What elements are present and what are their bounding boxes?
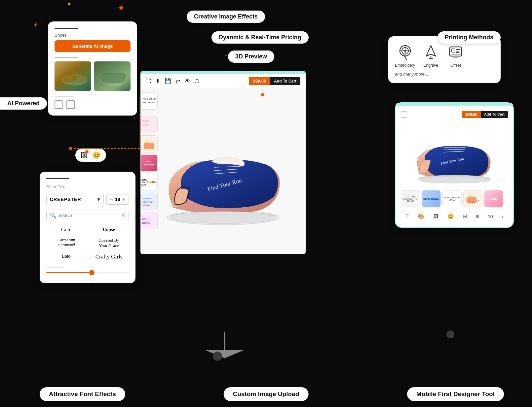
svg-text:BOSS!: BOSS! — [142, 221, 150, 224]
font-slider[interactable] — [46, 272, 129, 273]
mobile-thumb-5[interactable]: GIRL! — [484, 190, 503, 207]
engrave-icon — [422, 43, 440, 61]
search-icon: 🔍 — [50, 212, 57, 219]
font-cormorant[interactable]: CormorantGaramond — [46, 236, 86, 250]
download-icon[interactable]: ⬇ — [156, 78, 160, 84]
font-selector[interactable]: CREEPSTER ▾ — [46, 194, 104, 205]
shoe-image-2[interactable] — [94, 61, 131, 91]
svg-point-29 — [170, 212, 276, 223]
svg-text:YOU ARE: YOU ARE — [143, 201, 153, 203]
shoe-image-1[interactable] — [55, 61, 91, 91]
font-copse[interactable]: Copse — [89, 226, 129, 234]
offset-icon — [446, 43, 465, 61]
mobile-stand-dot — [446, 330, 454, 338]
thumb-smile[interactable]: YOU MAKE ME SMILE — [140, 92, 158, 110]
ai-checkboxes — [55, 100, 131, 109]
font-lato[interactable]: Lato — [46, 252, 86, 261]
many-more-text: and many more... — [395, 72, 494, 77]
panel-divider-1 — [55, 28, 78, 29]
mobile-list-icon[interactable]: ≡ — [476, 214, 479, 220]
ai-powered-label: AI Powered — [0, 97, 47, 110]
svg-point-48 — [419, 177, 490, 183]
icons-toolbar: 🖼 😊 — [75, 149, 106, 162]
checkbox-1[interactable] — [55, 100, 63, 109]
size-increase-btn[interactable]: + — [122, 196, 125, 202]
mobile-price-area: $99.00 Add To Cart — [462, 111, 508, 118]
panel-divider-3 — [55, 96, 73, 96]
mobile-price-tag: $99.00 — [462, 111, 481, 118]
mobile-more-icon[interactable]: › — [502, 214, 503, 220]
shoes-label: Shoes — [55, 33, 131, 38]
eye-icon[interactable]: 👁 — [185, 78, 190, 84]
dropdown-arrow: ▾ — [97, 197, 100, 202]
slider-divider — [46, 267, 64, 267]
emoji-icon[interactable]: 😊 — [93, 151, 101, 159]
engrave-method[interactable]: Engrave — [422, 43, 440, 68]
font-search-input[interactable] — [58, 213, 121, 218]
size-controls: − 18 + — [106, 194, 129, 205]
thumb-cake[interactable] — [140, 135, 158, 153]
mobile-shoe-display: Find Your Run — [401, 121, 508, 187]
print-methods-list: Embroidery Engrave — [395, 43, 494, 68]
font-covered[interactable]: Covered ByYour Grace — [89, 236, 129, 250]
mobile-emoji-icon[interactable]: 😊 — [447, 213, 454, 220]
svg-rect-19 — [456, 51, 459, 53]
thumb-loved[interactable]: WHERE YOU ARE LOVED — [140, 193, 158, 210]
mobile-cyan-bar — [396, 103, 513, 106]
designer-frame: ⛶ ⬇ 💾 ⇄ 👁 ⬡ $99.00 Add To Cart — [140, 71, 306, 254]
thumb-girl-power[interactable]: GIRL POWER — [140, 154, 158, 172]
thumb-life[interactable]: Live Life Thanks — [140, 116, 158, 133]
svg-point-3 — [73, 73, 89, 83]
mobile-grid-icon[interactable]: ⊞ — [463, 213, 467, 220]
mobile-thumb-4[interactable] — [463, 190, 482, 207]
mobile-number-display: 10 — [488, 214, 493, 219]
mobile-first-label: Mobile First Designer Tool — [407, 387, 504, 401]
stand-circle — [213, 352, 222, 361]
ai-connector-horizontal — [70, 148, 140, 149]
save-icon[interactable]: 💾 — [165, 78, 171, 84]
svg-rect-21 — [453, 56, 458, 58]
mobile-thumb-row: YOU ARE ENOUGH TO THINK Smile Happy YOU … — [401, 190, 508, 207]
mobile-text-icon[interactable]: T — [405, 213, 409, 220]
sparkle-top-mid: ✦ — [66, 0, 72, 9]
notification-dot — [85, 150, 89, 153]
dynamic-pricing-label: Dyanmic & Real-Time Pricing — [211, 31, 309, 44]
mobile-thumb-1[interactable]: YOU ARE ENOUGH TO THINK — [401, 190, 420, 207]
size-decrease-btn[interactable]: − — [110, 196, 113, 202]
embroidery-method[interactable]: Embroidery — [395, 43, 415, 68]
font-panel: Enter Text CREEPSTER ▾ − 18 + 🔍 ✕ Cairo … — [40, 172, 135, 283]
thumb-girl2[interactable]: GIRL BOSS! — [140, 212, 158, 229]
mobile-thumb-3[interactable]: YOU MAKE ME SMILE — [442, 190, 462, 207]
font-cairo[interactable]: Cairo — [46, 226, 86, 234]
generate-ai-image-button[interactable]: Generate AI Image — [55, 40, 131, 52]
search-clear-icon[interactable]: ✕ — [121, 212, 125, 219]
price-display: $99.00 — [249, 77, 270, 85]
font-crafty[interactable]: Crafty Girls — [89, 252, 129, 261]
svg-text:Thanks: Thanks — [142, 124, 149, 126]
mobile-image-icon[interactable]: 🖼 — [433, 214, 438, 220]
mobile-add-cart-btn[interactable]: Add To Cart — [481, 111, 508, 118]
thumbnails-sidebar: YOU MAKE ME SMILE Live Life Thanks GIRL … — [140, 92, 158, 229]
mobile-checkbox[interactable] — [401, 111, 407, 118]
monitor-stand — [205, 332, 245, 358]
svg-rect-34 — [144, 143, 154, 149]
font-panel-divider — [46, 178, 69, 179]
svg-text:GIRL: GIRL — [142, 218, 148, 220]
ai-panel: Shoes Generate AI Image — [48, 21, 137, 116]
expand-icon[interactable]: ⛶ — [146, 78, 151, 84]
thumb-football[interactable]: BORN TO PLAY Football — [140, 174, 158, 191]
ai-connector-vertical — [139, 97, 139, 149]
svg-rect-18 — [456, 49, 460, 50]
add-to-cart-btn[interactable]: Add To Cart — [270, 77, 300, 85]
mobile-thumb-2[interactable]: Smile Happy — [422, 190, 441, 207]
checkbox-2[interactable] — [66, 100, 75, 109]
offset-method[interactable]: Offset — [446, 43, 465, 68]
mobile-shoe-svg: Find Your Run — [408, 122, 501, 185]
font-list: Cairo Copse CormorantGaramond Covered By… — [46, 226, 129, 261]
mobile-brush-icon[interactable]: 🎨 — [418, 213, 424, 220]
designer-cyan-bar — [140, 71, 306, 74]
creative-image-effects-label: Creative Image Effects — [187, 11, 265, 23]
cube-icon[interactable]: ⬡ — [195, 78, 199, 84]
share-icon[interactable]: ⇄ — [176, 78, 180, 84]
designer-canvas: Find Your Run — [140, 88, 306, 254]
